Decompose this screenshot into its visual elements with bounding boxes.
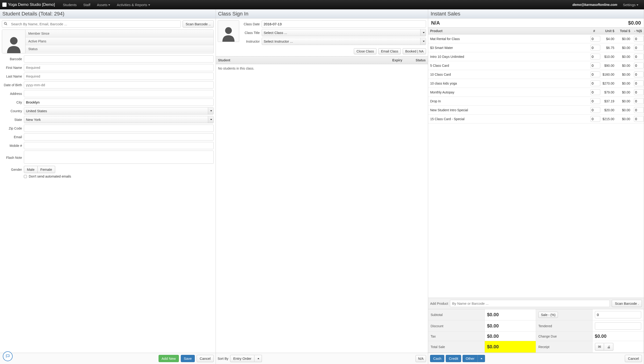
last-name-label: Last Name	[2, 75, 22, 78]
product-discount-input[interactable]	[634, 98, 644, 104]
sort-order-caret-button[interactable]	[254, 355, 262, 362]
first-name-input[interactable]	[24, 64, 214, 71]
product-row: $3 Smart Water$6.75$0.00	[428, 43, 644, 52]
mobile-input[interactable]	[24, 142, 214, 149]
chat-bubble-button[interactable]	[3, 351, 13, 361]
product-discount-input[interactable]	[634, 54, 644, 60]
product-qty-input[interactable]	[590, 63, 600, 68]
sort-order-button[interactable]: Entry Order	[230, 355, 254, 362]
nav-staff[interactable]: Staff	[80, 3, 94, 7]
country-select[interactable]: United States	[24, 107, 214, 115]
email-class-button[interactable]: Email Class	[378, 48, 401, 54]
product-qty-input[interactable]	[590, 45, 600, 51]
class-photo[interactable]	[218, 20, 239, 42]
subtotal-label: Subtotal	[428, 309, 484, 320]
city-input[interactable]	[24, 99, 214, 106]
col-student: Student	[216, 56, 377, 64]
discount-value: $0.00	[485, 320, 536, 332]
student-search-input[interactable]	[9, 21, 180, 27]
student-search[interactable]	[2, 20, 181, 28]
scan-barcode-button[interactable]: Scan Barcode ..	[183, 20, 214, 28]
svg-point-2	[10, 37, 18, 45]
dob-input[interactable]	[24, 81, 214, 89]
product-discount-input[interactable]	[634, 45, 644, 51]
chevron-down-icon	[636, 5, 638, 6]
nav-assets[interactable]: Assets	[94, 3, 114, 7]
gender-male-button[interactable]: Male	[24, 166, 38, 173]
state-select[interactable]: New York	[24, 116, 214, 123]
nav-staff-label: Staff	[83, 3, 90, 7]
product-row: 10 class kids yoga$270.00$0.00	[428, 79, 644, 88]
pay-other-button[interactable]: Other	[462, 355, 478, 362]
barcode-input[interactable]	[24, 55, 214, 63]
gender-female-button[interactable]: Female	[38, 166, 55, 173]
sales-footer: Cash Credit Other Cancel	[428, 353, 644, 364]
address-input[interactable]	[24, 90, 214, 97]
pay-credit-button[interactable]: Credit	[446, 355, 461, 362]
no-auto-email-checkbox[interactable]	[24, 175, 27, 178]
chevron-down-icon	[420, 29, 426, 36]
receipt-email-button[interactable]	[595, 343, 604, 351]
product-qty-input[interactable]	[590, 116, 600, 122]
product-discount-input[interactable]	[634, 80, 644, 86]
student-footer: Add New Save Cancel	[0, 353, 216, 364]
nav-students-label: Students	[63, 3, 77, 7]
flash-note-input[interactable]	[24, 151, 214, 164]
sale-percent-input[interactable]	[595, 311, 641, 318]
close-class-button[interactable]: Close Class	[354, 48, 376, 54]
nav-activities[interactable]: Activities & Reports	[114, 3, 153, 7]
product-qty-input[interactable]	[590, 54, 600, 60]
sales-cancel-button[interactable]: Cancel	[625, 355, 642, 362]
gender-label: Gender	[2, 168, 22, 171]
product-name: Monthly Autopay	[428, 89, 588, 96]
nav-students[interactable]: Students	[60, 3, 80, 7]
student-photo[interactable]	[2, 30, 26, 53]
add-product-label: Add Product	[430, 302, 448, 305]
product-qty-input[interactable]	[590, 71, 600, 77]
product-name: 10 Class Card	[428, 71, 588, 78]
nav-activities-label: Activities & Reports	[117, 3, 147, 7]
scan-barcode-sales-button[interactable]: Scan Barcode .	[612, 300, 642, 307]
product-discount-input[interactable]	[634, 36, 644, 42]
receipt-print-button[interactable]	[604, 343, 613, 351]
add-product-input[interactable]	[450, 300, 610, 307]
tendered-label: Tendered	[536, 320, 592, 332]
zip-input[interactable]	[24, 125, 214, 132]
product-row: 5 Class Card$90.00$0.00	[428, 61, 644, 70]
product-qty-input[interactable]	[590, 80, 600, 86]
save-button[interactable]: Save	[181, 355, 195, 362]
sale-percent-button[interactable]: Sale - (%)	[538, 312, 558, 318]
booked-button[interactable]: Booked | NA	[403, 48, 426, 54]
product-total: $0.00	[616, 116, 632, 122]
cancel-button[interactable]: Cancel	[197, 355, 214, 362]
tendered-input[interactable]	[595, 322, 641, 329]
student-details-title: Student Details (Total: 294)	[0, 9, 216, 19]
product-unit-price: $10.00	[600, 53, 616, 60]
class-date-input[interactable]	[262, 20, 426, 28]
last-name-input[interactable]	[24, 73, 214, 80]
class-title-label: Class Title	[242, 31, 260, 35]
sort-by-label: Sort By	[218, 357, 228, 360]
product-discount-input[interactable]	[634, 89, 644, 95]
email-input[interactable]	[24, 133, 214, 140]
instructor-select[interactable]: Select Instructor ...	[262, 38, 426, 45]
pay-other-caret-button[interactable]	[478, 355, 485, 362]
product-qty-input[interactable]	[590, 107, 600, 113]
pay-cash-button[interactable]: Cash	[430, 355, 444, 362]
product-qty-input[interactable]	[590, 36, 600, 42]
user-email[interactable]: demo@karmasoftonline.com	[572, 3, 617, 7]
top-navbar: Yoga Demo Studio [Demo] Students Staff A…	[0, 0, 644, 9]
product-discount-input[interactable]	[634, 71, 644, 77]
product-discount-input[interactable]	[634, 63, 644, 68]
nav-settings[interactable]: Settings	[620, 3, 642, 7]
product-discount-input[interactable]	[634, 107, 644, 113]
add-new-button[interactable]: Add New	[158, 355, 179, 362]
class-title-select[interactable]: Select Class ...	[262, 29, 426, 36]
product-name: 5 Class Card	[428, 62, 588, 69]
brand[interactable]: Yoga Demo Studio [Demo]	[2, 2, 55, 7]
product-discount-input[interactable]	[634, 116, 644, 122]
product-total: $0.00	[616, 62, 632, 69]
product-qty-input[interactable]	[590, 98, 600, 104]
product-qty-input[interactable]	[590, 89, 600, 95]
discount-label: Discount	[428, 320, 484, 332]
